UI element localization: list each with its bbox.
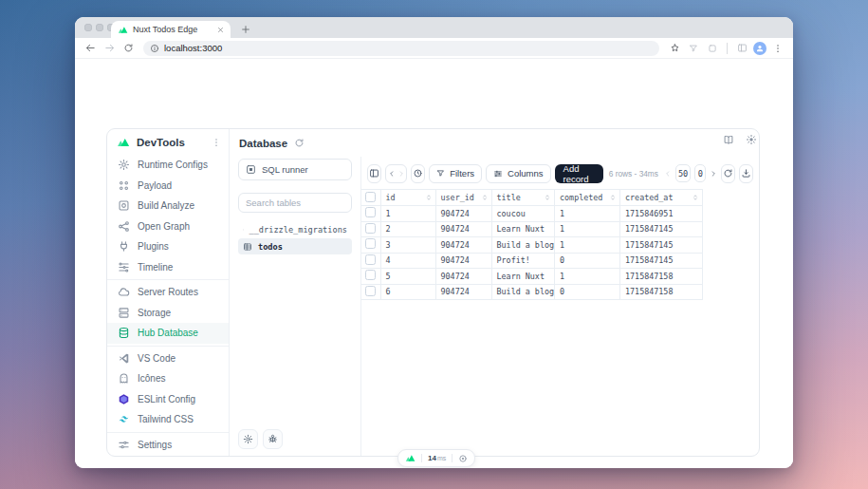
table-row[interactable]: 1904724coucou11715846951: [361, 206, 703, 222]
table-cell[interactable]: 4: [380, 253, 435, 269]
db-debug-button[interactable]: [263, 429, 283, 449]
query-history-button[interactable]: [411, 164, 425, 183]
table-cell[interactable]: 904724: [435, 237, 491, 254]
table-cell[interactable]: 2: [380, 221, 435, 237]
sql-runner-button[interactable]: SQL runner: [238, 159, 352, 180]
window-close-button[interactable]: [84, 24, 92, 31]
table-row[interactable]: 6904724Build a blog01715847158: [361, 284, 703, 300]
sidebar-item-plugins[interactable]: Plugins: [107, 236, 229, 257]
nav-back-button[interactable]: [387, 169, 397, 179]
table-cell[interactable]: 1: [555, 269, 620, 285]
table-cell[interactable]: 1715847145: [620, 221, 703, 237]
sidebar-item-open-graph[interactable]: Open Graph: [107, 216, 229, 237]
sidebar-menu-icon[interactable]: [212, 138, 221, 147]
profile-avatar[interactable]: [753, 42, 766, 55]
table-cell[interactable]: 904724: [435, 221, 491, 237]
table-cell[interactable]: 1: [380, 206, 435, 222]
reload-button[interactable]: [120, 41, 136, 56]
sidebar-item-server-routes[interactable]: Server Routes: [107, 282, 229, 303]
table-cell[interactable]: 1715846951: [620, 206, 703, 222]
table-cell[interactable]: 5: [380, 269, 435, 285]
column-header-title[interactable]: title: [491, 190, 555, 206]
site-info-icon[interactable]: [150, 44, 159, 53]
sidebar-item-vs-code[interactable]: VS Code: [107, 348, 229, 369]
table-row[interactable]: 5904724Learn Nuxt11715847158: [361, 269, 703, 285]
page-size-box[interactable]: 50: [675, 164, 691, 182]
table-item--drizzle-migrations[interactable]: __drizzle_migrations: [238, 221, 352, 237]
browser-tab[interactable]: Nuxt Todos Edge: [111, 21, 231, 38]
sidebar-item-build-analyze[interactable]: Build Analyze: [107, 196, 229, 216]
table-cell[interactable]: Build a blog: [491, 284, 555, 300]
bookmark-star-button[interactable]: [667, 41, 682, 56]
table-cell[interactable]: 1715847158: [620, 284, 703, 300]
sort-icon[interactable]: [544, 194, 551, 201]
sidebar-item-storage[interactable]: Storage: [107, 303, 229, 324]
table-cell[interactable]: Learn Nuxt: [491, 269, 555, 285]
row-checkbox[interactable]: [365, 207, 376, 217]
browser-menu-button[interactable]: [770, 41, 785, 56]
sidebar-item-runtime-configs[interactable]: Runtime Configs: [107, 155, 229, 176]
tab-close-icon[interactable]: [217, 27, 224, 33]
columns-button[interactable]: Columns: [486, 164, 551, 183]
sidebar-item-payload[interactable]: Payload: [107, 176, 229, 197]
table-cell[interactable]: 904724: [435, 284, 491, 300]
sort-icon[interactable]: [425, 194, 433, 201]
table-cell[interactable]: 1715847145: [620, 253, 703, 269]
add-record-button[interactable]: Add record: [555, 164, 603, 183]
table-cell[interactable]: 1: [555, 237, 620, 254]
forward-button[interactable]: [102, 41, 117, 56]
table-cell[interactable]: 1715847158: [620, 269, 703, 285]
sidebar-item-ic-nes[interactable]: Icônes: [107, 368, 229, 389]
back-button[interactable]: [83, 41, 98, 56]
table-cell[interactable]: 904724: [435, 253, 491, 269]
sort-icon[interactable]: [481, 194, 489, 201]
new-tab-button[interactable]: [238, 22, 253, 37]
row-checkbox[interactable]: [365, 270, 376, 280]
table-cell[interactable]: 904724: [435, 206, 491, 222]
table-cell[interactable]: Build a blog: [491, 237, 555, 254]
database-refresh-icon[interactable]: [294, 138, 305, 148]
table-cell[interactable]: coucou: [491, 206, 555, 222]
filters-button[interactable]: Filters: [429, 164, 482, 183]
table-cell[interactable]: 1: [555, 221, 620, 237]
row-checkbox[interactable]: [365, 238, 376, 249]
theme-sun-icon[interactable]: [746, 134, 757, 145]
devtools-float-bar[interactable]: 14 ms: [397, 449, 475, 467]
page-offset-box[interactable]: 0: [694, 164, 706, 182]
sidebar-item-tailwind-css[interactable]: Tailwind CSS: [107, 409, 229, 430]
page-prev-button[interactable]: [664, 169, 672, 179]
docs-book-icon[interactable]: [723, 134, 734, 145]
url-bar[interactable]: localhost:3000: [143, 41, 659, 56]
db-settings-button[interactable]: [238, 429, 258, 449]
table-cell[interactable]: Profit!: [491, 253, 555, 269]
sidebar-item-eslint-config[interactable]: ESLint Config: [107, 389, 229, 410]
sidebar-item-settings[interactable]: Settings: [107, 435, 229, 456]
export-button[interactable]: [739, 164, 753, 183]
table-cell[interactable]: 1715847145: [620, 237, 703, 254]
row-checkbox[interactable]: [365, 223, 376, 234]
table-cell[interactable]: 6: [380, 284, 435, 300]
grid-refresh-button[interactable]: [721, 164, 735, 183]
page-next-button[interactable]: [710, 169, 717, 179]
row-checkbox[interactable]: [365, 286, 376, 296]
row-checkbox[interactable]: [365, 254, 376, 265]
sidebar-item-hub-database[interactable]: Hub Database: [107, 323, 229, 344]
sort-icon[interactable]: [609, 194, 617, 201]
table-row[interactable]: 4904724Profit!01715847145: [361, 253, 703, 269]
column-header-user_id[interactable]: user_id: [435, 190, 491, 206]
extension-funnel-icon[interactable]: [686, 41, 701, 56]
column-header-created_at[interactable]: created_at: [620, 190, 703, 206]
table-cell[interactable]: 3: [380, 237, 435, 254]
column-header-id[interactable]: id: [380, 190, 435, 206]
table-row[interactable]: 3904724Build a blog11715847145: [361, 237, 703, 254]
table-cell[interactable]: 0: [555, 284, 620, 300]
sort-icon[interactable]: [692, 194, 699, 201]
table-item-todos[interactable]: todos: [238, 238, 352, 254]
toggle-panel-button[interactable]: [367, 164, 381, 183]
table-row[interactable]: 2904724Learn Nuxt11715847145: [361, 221, 703, 237]
table-cell[interactable]: 0: [555, 253, 620, 269]
side-panel-icon[interactable]: [734, 41, 749, 56]
window-minimize-button[interactable]: [96, 24, 103, 31]
table-cell[interactable]: 904724: [435, 269, 491, 285]
table-cell[interactable]: Learn Nuxt: [491, 221, 555, 237]
